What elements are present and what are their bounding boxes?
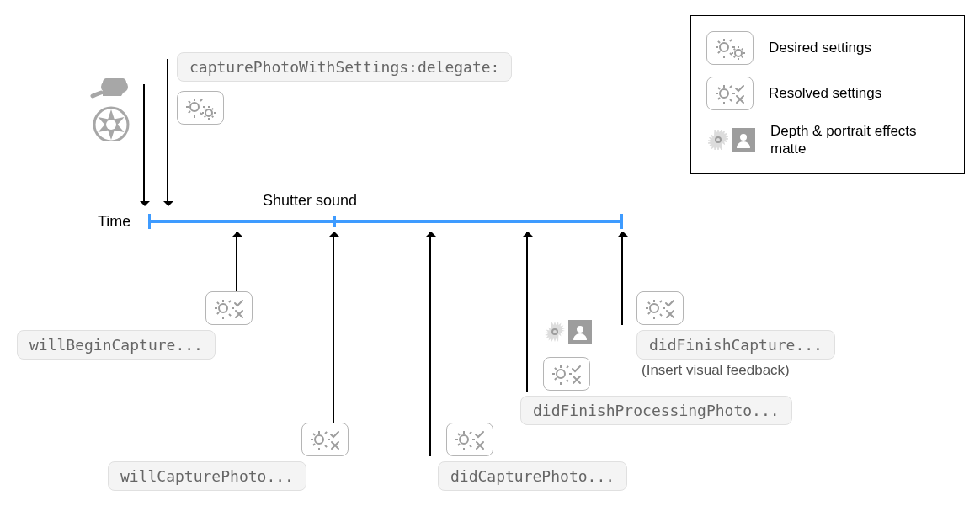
method-didCapturePhoto: didCapturePhoto... <box>438 461 627 491</box>
shutter-sound-label: Shutter sound <box>263 192 357 210</box>
desired-gear-icon <box>706 31 754 65</box>
arrow-tap-to-timeline <box>143 84 145 205</box>
portrait-icon <box>732 128 755 152</box>
legend-row-resolved: Resolved settings <box>706 77 944 110</box>
arrow-method-to-timeline <box>167 59 168 205</box>
desired-settings-icon <box>177 91 224 125</box>
method-capturePhotoWithSettings: capturePhotoWithSettings:delegate: <box>177 52 512 82</box>
svg-point-16 <box>650 304 658 312</box>
time-axis-label: Time <box>98 213 130 231</box>
method-didFinishCapture: didFinishCapture... <box>636 330 835 360</box>
portrait-icon-inline <box>568 320 592 344</box>
legend-desired-label: Desired settings <box>769 39 871 56</box>
svg-point-12 <box>460 435 468 444</box>
svg-point-7 <box>106 120 116 130</box>
resolved-icon-didFinishCapture <box>636 291 684 325</box>
legend-row-depth: Depth & portrait effects matte <box>706 122 944 158</box>
svg-point-15 <box>557 370 565 378</box>
svg-point-14 <box>577 326 583 333</box>
arrow-didFinishCapture <box>621 232 623 325</box>
depth-gear-icon <box>706 128 755 152</box>
resolved-icon-didFinishProcessing <box>543 357 590 391</box>
legend-depth-label: Depth & portrait effects matte <box>770 122 944 158</box>
depth-icon-didFinishProcessing <box>543 320 592 344</box>
svg-point-1 <box>735 50 742 56</box>
resolved-icon-didCapture <box>446 423 493 456</box>
svg-point-0 <box>720 43 728 51</box>
svg-point-9 <box>205 109 212 116</box>
tap-shutter-icon <box>86 77 140 145</box>
resolved-gear-icon <box>706 77 754 110</box>
arrow-didFinishProcessing <box>526 232 528 392</box>
svg-point-11 <box>315 435 323 444</box>
method-didFinishProcessingPhoto: didFinishProcessingPhoto... <box>520 396 792 425</box>
legend-resolved-label: Resolved settings <box>769 84 881 102</box>
resolved-icon-willBegin <box>205 291 253 325</box>
svg-point-2 <box>720 89 728 98</box>
method-willBeginCapture: willBeginCapture... <box>17 330 216 360</box>
svg-point-8 <box>190 103 199 111</box>
arrow-didCapture <box>429 232 431 456</box>
svg-point-10 <box>219 304 227 312</box>
top-method-label: capturePhotoWithSettings:delegate: <box>177 52 512 82</box>
resolved-icon-willCapture <box>301 423 349 456</box>
visual-feedback-note: (Insert visual feedback) <box>642 362 790 379</box>
capture-delegate-diagram: Desired settings Resolved settings <box>0 0 980 522</box>
method-willCapturePhoto: willCapturePhoto... <box>108 461 306 491</box>
timeline-tick-shutter <box>333 216 336 227</box>
legend-row-desired: Desired settings <box>706 31 944 65</box>
timeline <box>148 220 623 223</box>
legend: Desired settings Resolved settings <box>690 15 965 174</box>
svg-rect-5 <box>101 81 128 93</box>
svg-point-4 <box>740 134 747 141</box>
